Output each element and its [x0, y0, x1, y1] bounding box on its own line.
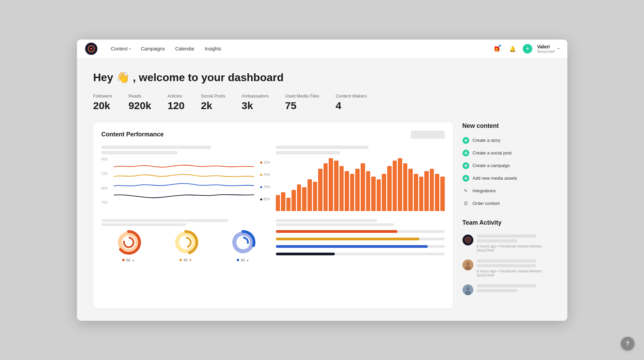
- circle-label-yellow: 45 ▼: [179, 258, 192, 262]
- stat-followers: Followers 20k: [93, 93, 112, 111]
- bar-item: [313, 182, 317, 211]
- chart-legend: 10% 25% 70%: [260, 157, 270, 205]
- create-story-item[interactable]: Create a story: [462, 134, 551, 147]
- gift-icon-btn[interactable]: 🎁: [491, 43, 502, 54]
- activity-item-3: [462, 281, 551, 299]
- new-content-section: New content Create a story Create a soci…: [462, 122, 551, 210]
- bar-item: [318, 169, 323, 211]
- wave-emoji: 👋: [116, 71, 130, 84]
- add-button[interactable]: +: [523, 44, 532, 54]
- bar-item: [345, 171, 349, 211]
- create-social-post-icon: [462, 150, 469, 156]
- stats-row: Followers 20k Reads 920k Articles 120 So…: [93, 93, 551, 111]
- bar-item: [393, 161, 397, 211]
- integrations-item[interactable]: ✎ Integrations: [462, 185, 551, 197]
- line-chart-panel: 450 235 600 750: [101, 146, 270, 211]
- bar-item: [355, 169, 360, 211]
- nav-campaigns[interactable]: Campaigns: [137, 44, 169, 54]
- progress-bar-2: [276, 238, 445, 240]
- legend-item-3: 70%: [260, 185, 270, 189]
- progress-bar-3: [276, 245, 445, 248]
- y-axis: 450 235 600 750: [101, 157, 108, 205]
- skeleton-bar: [101, 151, 177, 154]
- bar-item: [430, 169, 434, 211]
- card-title: Content Performance: [101, 131, 164, 138]
- bar-item: [403, 163, 408, 211]
- team-activity-section: Team Activity 6 hours ago • Fa: [462, 219, 551, 299]
- progress-bar-4: [276, 253, 445, 255]
- bar-item: [377, 179, 381, 211]
- bar-item: [361, 163, 365, 211]
- bar-item: [297, 184, 301, 211]
- bar-item: [440, 177, 445, 211]
- bar-item: [329, 158, 333, 211]
- bar-item: [308, 179, 312, 211]
- line-chart-container: 450 235 600 750: [101, 157, 270, 205]
- right-sidebar: New content Create a story Create a soci…: [462, 122, 551, 309]
- performance-card: Content Performance 450 235: [93, 122, 453, 309]
- skeleton-bar: [101, 146, 211, 149]
- legend-item-2: 25%: [260, 173, 270, 177]
- circle-chart-yellow: 45 ▼: [159, 229, 213, 262]
- activity-item-2: 6 hours ago • Facebook Instant Articles:…: [462, 256, 551, 281]
- nav-insights[interactable]: Insights: [201, 44, 225, 54]
- new-content-title: New content: [462, 122, 551, 130]
- bar-item: [286, 198, 291, 211]
- navbar-nav: Content ▾ Campaigns Calendar Insights: [107, 44, 492, 54]
- svg-point-15: [466, 262, 470, 266]
- bar-item: [387, 166, 392, 211]
- bar-item: [398, 158, 402, 211]
- create-campaign-item[interactable]: Create a campaign: [462, 160, 551, 172]
- notification-icon-btn[interactable]: 🔔: [507, 43, 518, 54]
- line-chart-svg: [114, 157, 254, 206]
- legend-item-4: 85%: [260, 197, 270, 201]
- add-media-icon: [462, 175, 469, 182]
- user-menu[interactable]: Valeri StoryChief ▾: [537, 44, 559, 54]
- bar-item: [414, 174, 418, 211]
- stat-ambassadors: Ambassadors 3k: [241, 93, 268, 111]
- stat-articles: Articles 120: [168, 93, 185, 111]
- content-chevron-icon: ▾: [129, 47, 131, 51]
- skeleton-bar: [276, 151, 340, 154]
- user-org: StoryChief: [537, 49, 554, 54]
- stat-media-files: Used Media Files 75: [285, 93, 319, 111]
- bar-chart-panel: [276, 146, 445, 211]
- activity-skeleton: [477, 284, 536, 287]
- circle-chart-orange: 80 ▲: [101, 229, 156, 262]
- stat-content-makers: Content Makers 4: [335, 93, 367, 111]
- order-content-item[interactable]: ☰ Order content: [462, 197, 551, 210]
- progress-bars-panel: [276, 219, 445, 262]
- bar-item: [276, 195, 280, 211]
- svg-point-18: [466, 287, 470, 290]
- help-button[interactable]: ?: [621, 337, 634, 350]
- activity-avatar-user2: [462, 284, 473, 295]
- card-header: Content Performance: [101, 131, 445, 139]
- user-chevron-icon: ▾: [557, 47, 559, 50]
- circle-chart-blue: 30 ▲: [216, 229, 270, 262]
- bar-item: [340, 166, 344, 211]
- bar-item: [424, 171, 429, 211]
- pencil-icon: ✎: [462, 188, 469, 194]
- app-window: Content ▾ Campaigns Calendar Insights 🎁 …: [77, 40, 567, 321]
- card-filter-button[interactable]: [411, 131, 445, 139]
- app-logo[interactable]: [85, 43, 97, 55]
- navbar: Content ▾ Campaigns Calendar Insights 🎁 …: [77, 40, 567, 59]
- lower-section: Content Performance 450 235: [93, 122, 551, 309]
- activity-content-2: 6 hours ago • Facebook Instant Articles:…: [477, 259, 551, 277]
- add-media-assets-item[interactable]: Add new media assets: [462, 172, 551, 185]
- main-content: Hey 👋 , welcome to your dashboard Follow…: [77, 59, 567, 321]
- activity-skeleton: [477, 259, 536, 262]
- nav-content[interactable]: Content ▾: [107, 44, 135, 54]
- create-social-post-item[interactable]: Create a social post: [462, 147, 551, 160]
- activity-skeleton: [477, 239, 518, 242]
- greeting-text: Hey 👋 , welcome to your dashboard: [93, 71, 551, 84]
- bar-chart-container: [276, 156, 445, 211]
- nav-calendar[interactable]: Calendar: [171, 44, 199, 54]
- navbar-right: 🎁 🔔 + Valeri StoryChief ▾: [491, 43, 559, 54]
- order-icon: ☰: [462, 200, 469, 207]
- progress-bar-1: [276, 230, 445, 233]
- circle-charts: 80 ▲: [101, 219, 270, 262]
- bar-item: [281, 192, 285, 211]
- activity-avatar-logo: [462, 235, 473, 245]
- team-activity-title: Team Activity: [462, 219, 551, 226]
